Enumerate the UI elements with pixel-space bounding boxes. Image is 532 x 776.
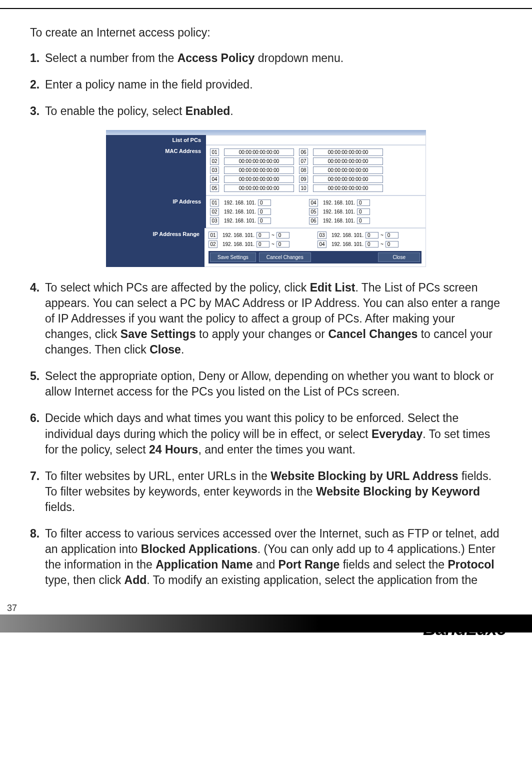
ip-octet-input[interactable]: 0 (258, 218, 271, 224)
mac-row-index: 08 (299, 166, 308, 174)
ip-row-index: 04 (309, 199, 318, 206)
range-hi-input[interactable]: 0 (276, 232, 290, 238)
ip-prefix: 192. 168. 101. (323, 218, 355, 224)
range-sep: ~ (380, 242, 384, 247)
step-8: To filter access to various services acc… (45, 526, 502, 588)
ip-prefix: 192. 168. 101. (323, 200, 355, 206)
cancel-changes-button[interactable]: Cancel Changes (259, 252, 311, 262)
mac-input[interactable]: 00:00:00:00:00:00 (313, 184, 383, 192)
step-7: To filter websites by URL, enter URLs in… (45, 468, 502, 515)
mac-row-index: 04 (210, 176, 219, 183)
mac-input[interactable]: 00:00:00:00:00:00 (224, 184, 294, 192)
range-row-index: 04 (318, 240, 326, 248)
mac-row-index: 05 (210, 184, 219, 192)
close-button[interactable]: Close (378, 252, 420, 262)
ip-row-index: 03 (210, 217, 219, 224)
mac-input[interactable]: 00:00:00:00:00:00 (313, 148, 383, 156)
mac-input[interactable]: 00:00:00:00:00:00 (224, 166, 294, 174)
step-1: Select a number from the Access Policy d… (45, 50, 502, 66)
mac-input[interactable]: 00:00:00:00:00:00 (224, 148, 294, 156)
step-2: Enter a policy name in the field provide… (45, 77, 502, 92)
mac-input[interactable]: 00:00:00:00:00:00 (224, 176, 294, 183)
ip-prefix: 192. 168. 101. (222, 242, 254, 247)
range-lo-input[interactable]: 0 (366, 232, 378, 238)
step-number: 3. (30, 104, 45, 119)
mac-row-index: 07 (299, 158, 308, 165)
steps-list-cont: 4. To select which PCs are affected by t… (30, 280, 502, 588)
brand-logo: BandLuxe™ (423, 618, 515, 640)
range-lo-input[interactable]: 0 (366, 241, 378, 248)
ip-address-label: IP Address (106, 196, 206, 228)
ip-octet-input[interactable]: 0 (357, 208, 370, 215)
ip-prefix: 192. 168. 101. (224, 209, 256, 214)
mac-row-index: 09 (299, 176, 308, 183)
ip-prefix: 192. 168. 101. (332, 232, 364, 238)
ip-row-index: 02 (210, 208, 219, 216)
ip-octet-input[interactable]: 0 (357, 200, 370, 206)
step-number: 8. (30, 526, 45, 588)
ip-octet-input[interactable]: 0 (258, 208, 271, 215)
intro-text: To create an Internet access policy: (30, 26, 502, 40)
ip-prefix: 192. 168. 101. (323, 209, 355, 214)
mac-row-index: 03 (210, 166, 219, 174)
page-footer: 37 BandLuxe™ (0, 603, 532, 642)
mac-row-index: 10 (299, 184, 308, 192)
range-sep: ~ (380, 232, 384, 238)
mac-row-index: 02 (210, 158, 219, 165)
mac-row-index: 01 (210, 148, 219, 156)
ip-range-label: IP Address Range (106, 228, 204, 267)
range-hi-input[interactable]: 0 (276, 241, 290, 248)
ip-prefix: 192. 168. 101. (222, 232, 254, 238)
step-number: 6. (30, 410, 45, 457)
ip-row-index: 05 (309, 208, 318, 216)
step-number: 5. (30, 368, 45, 400)
ip-row-index: 01 (210, 199, 219, 206)
range-row-index: 02 (208, 240, 218, 248)
ip-octet-input[interactable]: 0 (357, 218, 370, 224)
ip-prefix: 192. 168. 101. (224, 200, 256, 206)
range-row-index: 03 (318, 232, 326, 239)
step-number: 4. (30, 280, 45, 358)
range-sep: ~ (272, 232, 274, 238)
ip-prefix: 192. 168. 101. (224, 218, 256, 224)
range-lo-input[interactable]: 0 (256, 232, 270, 238)
range-hi-input[interactable]: 0 (386, 241, 398, 248)
range-hi-input[interactable]: 0 (386, 232, 398, 238)
step-number: 1. (30, 50, 45, 66)
page-number: 37 (0, 603, 532, 614)
ip-prefix: 192. 168. 101. (332, 242, 364, 247)
step-number: 2. (30, 77, 45, 92)
save-settings-button[interactable]: Save Settings (210, 252, 256, 262)
step-5: Select the appropriate option, Deny or A… (45, 368, 502, 400)
mac-row-index: 06 (299, 148, 308, 156)
mac-input[interactable]: 00:00:00:00:00:00 (313, 158, 383, 165)
ip-row-index: 06 (309, 217, 318, 224)
listofpcs-title: List of PCs (106, 135, 206, 145)
step-6: Decide which days and what times you wan… (45, 410, 502, 457)
range-row-index: 01 (208, 232, 218, 239)
mac-input[interactable]: 00:00:00:00:00:00 (313, 166, 383, 174)
step-4: To select which PCs are affected by the … (45, 280, 502, 358)
ip-octet-input[interactable]: 0 (258, 200, 271, 206)
mac-address-label: MAC Address (106, 145, 206, 196)
mac-input[interactable]: 00:00:00:00:00:00 (224, 158, 294, 165)
steps-list: 1. Select a number from the Access Polic… (30, 50, 502, 119)
range-lo-input[interactable]: 0 (256, 241, 270, 248)
listofpcs-figure: List of PCs MAC Address 01 00:00:00:00:0… (30, 130, 502, 267)
mac-input[interactable]: 00:00:00:00:00:00 (313, 176, 383, 183)
step-number: 7. (30, 468, 45, 515)
range-sep: ~ (272, 242, 274, 247)
step-3: To enable the policy, select Enabled. (45, 104, 502, 119)
